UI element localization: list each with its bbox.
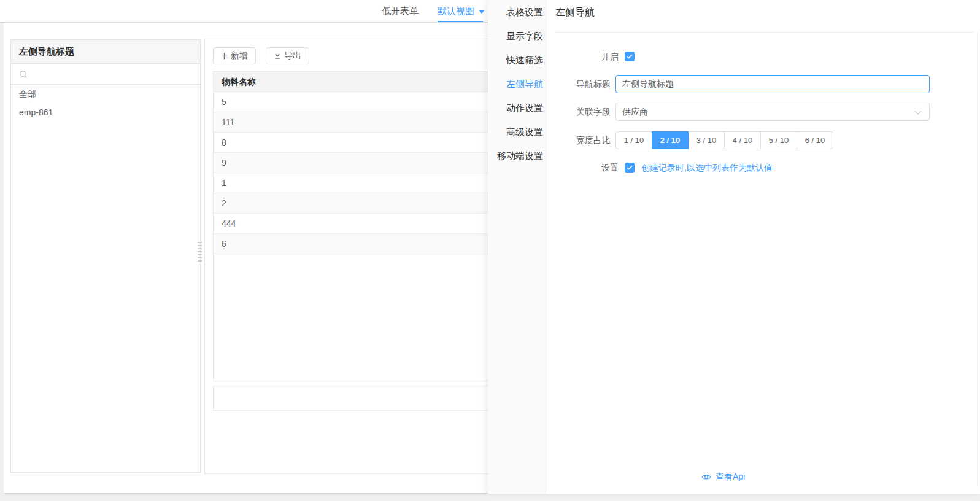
add-button-label: 新增 <box>231 50 248 61</box>
view-api-link[interactable]: 查看Api <box>701 472 745 483</box>
width-ratio-option-3[interactable]: 3 / 10 <box>688 131 725 149</box>
search-input[interactable] <box>31 64 196 84</box>
check-icon <box>627 165 633 170</box>
setting-label: 设置 <box>546 163 619 173</box>
setting-checkbox[interactable] <box>625 163 635 173</box>
width-ratio-label: 宽度占比 <box>546 135 611 145</box>
nav-title-input[interactable] <box>615 75 930 93</box>
related-field-value: 供应商 <box>622 107 648 117</box>
width-ratio-option-1[interactable]: 1 / 10 <box>615 131 652 149</box>
left-nav-panel: 左侧导航标题 全部 emp-861 <box>10 39 201 473</box>
menu-item-left-nav[interactable]: 左侧导航 <box>488 72 546 96</box>
active-tab-underline <box>438 21 483 22</box>
export-button-label: 导出 <box>284 50 301 61</box>
menu-item-display-fields[interactable]: 显示字段 <box>488 24 546 48</box>
nav-title-label: 导航标题 <box>546 79 611 89</box>
nav-item-emp[interactable]: emp-861 <box>11 103 200 122</box>
settings-panel-title: 左侧导航 <box>555 6 595 19</box>
scrollbar-track[interactable] <box>977 33 978 487</box>
related-field-select[interactable]: 供应商 <box>615 103 930 121</box>
left-nav-title: 左侧导航标题 <box>11 40 200 64</box>
search-icon <box>19 70 28 79</box>
tab-default-view[interactable]: 默认视图 <box>438 0 485 22</box>
width-ratio-option-2[interactable]: 2 / 10 <box>652 131 689 149</box>
view-api-label: 查看Api <box>716 472 745 483</box>
export-button[interactable]: 导出 <box>266 47 309 64</box>
width-ratio-option-4[interactable]: 4 / 10 <box>724 131 761 149</box>
nav-item-all[interactable]: 全部 <box>11 85 200 103</box>
eye-icon <box>701 473 711 481</box>
panel-resize-handle[interactable] <box>198 242 202 263</box>
menu-item-quick-filter[interactable]: 快速筛选 <box>488 48 546 72</box>
menu-item-action-settings[interactable]: 动作设置 <box>488 96 546 120</box>
check-icon <box>627 54 633 59</box>
download-icon <box>274 52 281 60</box>
settings-panel: 左侧导航 开启 导航标题 关联字段 供应商 宽度占比 1 / 10 2 / 10… <box>546 0 980 494</box>
width-ratio-segment: 1 / 10 2 / 10 3 / 10 4 / 10 5 / 10 6 / 1… <box>615 131 833 149</box>
enable-label: 开启 <box>546 52 619 61</box>
menu-item-mobile-settings[interactable]: 移动端设置 <box>488 144 546 168</box>
menu-item-advanced-settings[interactable]: 高级设置 <box>488 120 546 144</box>
settings-drawer: 表格设置 显示字段 快速筛选 左侧导航 动作设置 高级设置 移动端设置 左侧导航… <box>488 0 980 494</box>
width-ratio-option-6[interactable]: 6 / 10 <box>797 131 833 149</box>
settings-menu: 表格设置 显示字段 快速筛选 左侧导航 动作设置 高级设置 移动端设置 <box>488 0 546 494</box>
tab-default-view-label: 默认视图 <box>438 6 474 16</box>
menu-item-table-settings[interactable]: 表格设置 <box>488 0 546 24</box>
add-button[interactable]: 新增 <box>213 47 256 64</box>
divider <box>555 32 974 33</box>
chevron-down-icon <box>914 107 921 114</box>
chevron-down-icon <box>479 10 485 14</box>
enable-checkbox[interactable] <box>625 52 635 61</box>
tab-form[interactable]: 低开表单 <box>382 0 419 22</box>
plus-icon <box>221 53 228 60</box>
left-nav-search-row <box>11 64 200 85</box>
related-field-label: 关联字段 <box>546 107 611 117</box>
setting-description[interactable]: 创建记录时,以选中列表作为默认值 <box>641 163 773 173</box>
width-ratio-option-5[interactable]: 5 / 10 <box>760 131 797 149</box>
